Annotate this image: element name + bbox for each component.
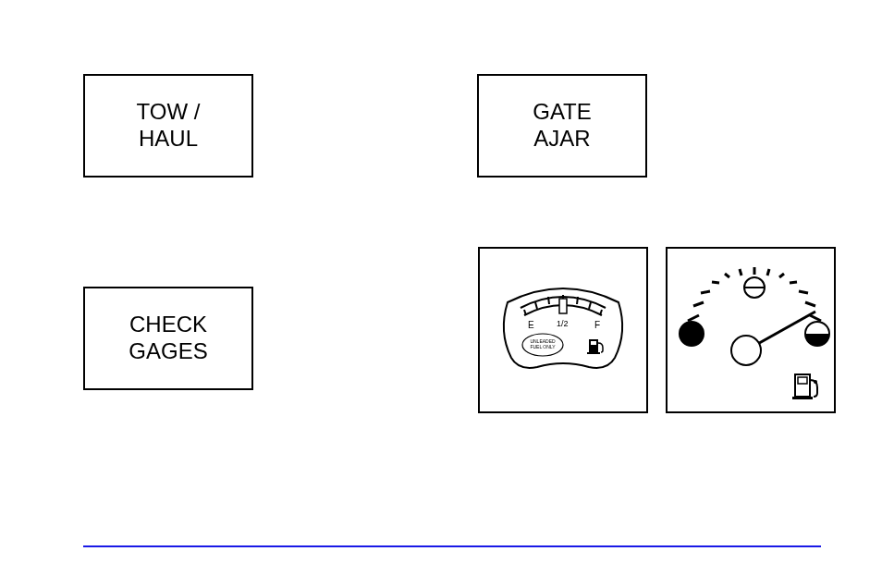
tow-haul-indicator: TOW / HAUL [83, 74, 253, 178]
svg-line-5 [589, 302, 591, 309]
svg-line-22 [799, 291, 808, 293]
tow-haul-line2: HAUL [139, 126, 198, 151]
gauge-needle [731, 312, 815, 365]
svg-line-14 [701, 291, 710, 293]
full-marker-icon [805, 322, 829, 346]
svg-line-12 [688, 315, 699, 321]
gate-ajar-line2: AJAR [533, 126, 590, 151]
svg-line-21 [790, 282, 797, 283]
svg-line-23 [805, 302, 815, 306]
svg-line-13 [693, 302, 704, 306]
svg-line-17 [740, 269, 741, 276]
gate-ajar-indicator: GATE AJAR [477, 74, 647, 178]
gate-ajar-line1: GATE [533, 99, 592, 124]
check-gages-line2: GAGES [129, 338, 207, 363]
svg-line-15 [712, 282, 719, 283]
fuel-gauge-large-svg [668, 249, 834, 411]
svg-point-33 [814, 380, 817, 384]
svg-line-16 [725, 274, 729, 277]
fuel-text-line2: FUEL ONLY [530, 344, 556, 349]
check-gages-line1: CHECK [129, 312, 207, 337]
gate-ajar-text: GATE AJAR [533, 99, 592, 153]
svg-line-24 [810, 315, 821, 321]
svg-line-4 [577, 297, 578, 304]
svg-line-2 [548, 297, 549, 304]
fuel-empty-label: E [528, 320, 534, 330]
svg-rect-10 [591, 341, 596, 345]
fuel-gauge-small: E 1/2 F UNLEADED FUEL ONLY [478, 247, 648, 413]
svg-line-1 [535, 302, 537, 309]
tow-haul-text: TOW / HAUL [137, 99, 201, 153]
svg-line-20 [779, 274, 784, 277]
svg-rect-31 [798, 377, 807, 384]
check-gages-indicator: CHECK GAGES [83, 287, 253, 390]
fuel-pump-icon [587, 339, 603, 354]
fuel-gauge-small-svg: E 1/2 F UNLEADED FUEL ONLY [480, 249, 646, 411]
divider-line [83, 545, 821, 547]
svg-line-19 [767, 269, 769, 276]
check-gages-text: CHECK GAGES [129, 312, 207, 365]
tow-haul-line1: TOW / [137, 99, 201, 124]
fuel-gauge-large [666, 247, 836, 413]
fuel-full-label: F [594, 320, 600, 330]
svg-rect-7 [559, 299, 567, 313]
fuel-half-label: 1/2 [557, 319, 569, 328]
svg-point-29 [731, 336, 761, 365]
half-marker-icon [744, 277, 765, 298]
empty-marker-icon [680, 322, 704, 346]
fuel-pump-icon [792, 374, 817, 399]
svg-rect-11 [587, 352, 600, 354]
svg-rect-32 [792, 397, 813, 399]
